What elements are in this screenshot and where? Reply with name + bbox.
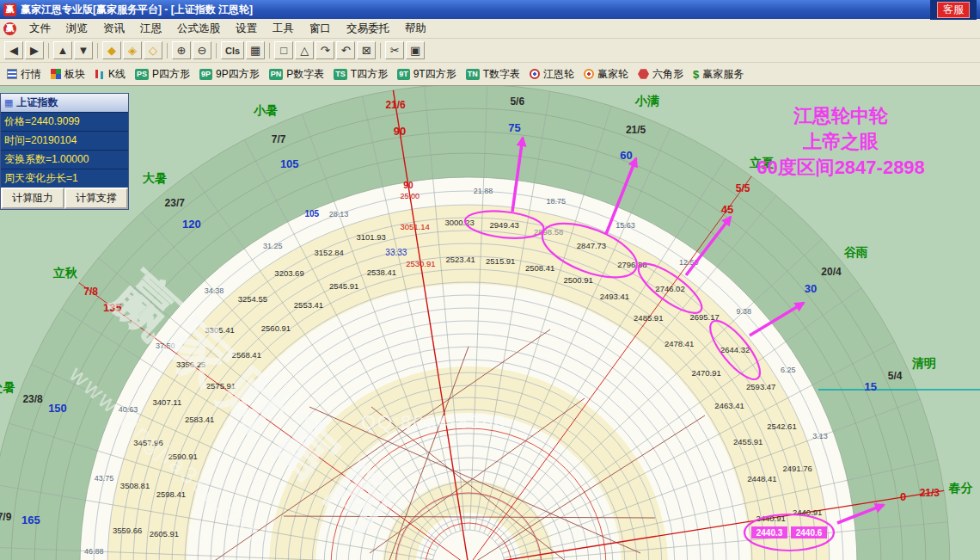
svg-text:小满: 小满: [634, 94, 659, 108]
toolbar-separator: [380, 43, 381, 58]
svg-text:7/9: 7/9: [0, 511, 12, 523]
svg-text:2590.91: 2590.91: [168, 452, 197, 461]
ts-badge-icon: TS: [334, 69, 347, 80]
info-buttons: 计算阻力计算支撑: [1, 188, 128, 209]
svg-text:3407.11: 3407.11: [153, 397, 182, 407]
svg-text:2470.91: 2470.91: [691, 368, 720, 378]
svg-text:6.25: 6.25: [781, 366, 796, 374]
menu-item[interactable]: 江恩: [132, 20, 169, 38]
svg-text:3559.66: 3559.66: [113, 526, 142, 535]
grid-window-button[interactable]: ▦: [246, 41, 265, 59]
svg-text:2448.41: 2448.41: [747, 474, 776, 483]
rect-tool-button[interactable]: □: [274, 41, 293, 59]
menu-item[interactable]: 帮助: [397, 20, 434, 38]
ribbon-item-9t[interactable]: 9T9T四方形: [397, 67, 456, 82]
ribbon-label: 江恩轮: [543, 67, 574, 82]
svg-text:18.75: 18.75: [547, 197, 567, 206]
menu-item[interactable]: 资讯: [95, 20, 132, 38]
chart-area: 015304560759010512013515016521/35/420/45…: [0, 86, 980, 560]
svg-text:3152.84: 3152.84: [315, 248, 344, 257]
diamond-outline-button[interactable]: ◇: [144, 41, 162, 59]
svg-text:处暑: 处暑: [0, 380, 15, 394]
erase-tool-button[interactable]: ⊠: [357, 41, 376, 59]
zoom-out-button[interactable]: ⊖: [193, 41, 211, 59]
gann-wheel-canvas[interactable]: 015304560759010512013515016521/35/420/45…: [0, 86, 980, 560]
menu-item[interactable]: 浏览: [58, 20, 95, 38]
svg-text:0: 0: [900, 490, 906, 503]
menu-item[interactable]: 文件: [21, 20, 58, 38]
ribbon-label: 行情: [21, 67, 41, 82]
svg-text:90: 90: [394, 125, 406, 138]
forward-button[interactable]: ▶: [25, 41, 44, 59]
svg-text:3203.69: 3203.69: [274, 268, 303, 278]
ribbon-item-gann-wheel[interactable]: 江恩轮: [530, 67, 574, 82]
ribbon-label: P数字表: [286, 67, 324, 82]
arc-tool-button[interactable]: ↷: [315, 41, 334, 59]
info-button[interactable]: 计算支撑: [64, 188, 128, 209]
info-button[interactable]: 计算阻力: [1, 188, 64, 209]
triangle-tool-button[interactable]: △: [295, 41, 314, 59]
svg-text:3508.81: 3508.81: [120, 481, 150, 490]
note-tool-button[interactable]: ▣: [406, 41, 425, 59]
svg-text:2898.58: 2898.58: [534, 227, 563, 237]
ribbon-label: 9T四方形: [413, 67, 456, 82]
svg-text:2523.41: 2523.41: [446, 255, 475, 264]
svg-text:21/3: 21/3: [920, 487, 940, 499]
pointer-button[interactable]: ▲: [53, 41, 72, 59]
svg-text:20/4: 20/4: [821, 266, 842, 278]
svg-text:46.88: 46.88: [84, 547, 104, 556]
svg-text:2949.43: 2949.43: [490, 220, 519, 230]
ribbon-item-hexagon[interactable]: 六角形: [638, 67, 683, 82]
diamond-solid-button[interactable]: ◆: [102, 41, 121, 59]
svg-text:2530.91: 2530.91: [406, 259, 435, 268]
menu-item[interactable]: 公式选股: [169, 20, 228, 38]
svg-text:2568.41: 2568.41: [232, 350, 261, 360]
menu-item[interactable]: 窗口: [302, 20, 339, 38]
undo-tool-button[interactable]: ↶: [336, 41, 355, 59]
menu-items: 文件浏览资讯江恩公式选股设置工具窗口交易委托帮助: [21, 20, 434, 38]
winner-wheel-icon: [584, 69, 594, 79]
svg-text:3305.41: 3305.41: [205, 325, 234, 335]
svg-text:立秋: 立秋: [52, 266, 78, 280]
ribbon-item-quotes[interactable]: 行情: [7, 67, 41, 82]
svg-text:37.50: 37.50: [156, 342, 175, 350]
toolbar-separator: [167, 43, 168, 58]
menu-item[interactable]: 设置: [228, 20, 265, 38]
back-button[interactable]: ◀: [4, 41, 23, 59]
svg-text:谷雨: 谷雨: [843, 245, 868, 259]
menu-item[interactable]: 交易委托: [339, 20, 397, 38]
index-name: 上证指数: [16, 95, 58, 110]
ribbon-item-dollar[interactable]: $赢家服务: [693, 67, 744, 82]
customer-service-button[interactable]: 客服: [937, 2, 970, 18]
filter-button[interactable]: ▼: [74, 41, 93, 59]
svg-text:2796.88: 2796.88: [617, 260, 646, 269]
svg-text:3.13: 3.13: [812, 432, 828, 440]
svg-text:2553.41: 2553.41: [294, 300, 323, 310]
svg-text:2598.41: 2598.41: [156, 489, 186, 499]
zoom-in-button[interactable]: ⊕: [172, 41, 191, 59]
ribbon-item-ts[interactable]: TST四方形: [334, 67, 388, 82]
ribbon-item-sectors[interactable]: 板块: [51, 67, 85, 82]
ribbon-item-kline[interactable]: K线: [95, 67, 126, 82]
svg-text:33.33: 33.33: [385, 248, 407, 257]
ribbon-item-tn[interactable]: TNT数字表: [466, 67, 520, 82]
cut-tool-button[interactable]: ✂: [385, 41, 404, 59]
svg-text:2560.91: 2560.91: [261, 323, 291, 333]
svg-text:40.63: 40.63: [119, 405, 138, 414]
menu-item[interactable]: 工具: [265, 20, 302, 38]
svg-text:3051.14: 3051.14: [400, 222, 429, 231]
svg-text:小暑: 小暑: [253, 103, 278, 117]
svg-text:135: 135: [103, 301, 122, 314]
ribbon-item-pn[interactable]: PNP数字表: [269, 67, 325, 82]
ribbon-item-9p[interactable]: 9P9P四方形: [199, 67, 260, 82]
svg-text:2605.91: 2605.91: [150, 529, 179, 538]
svg-text:2593.47: 2593.47: [746, 382, 775, 391]
ribbon-item-winner-wheel[interactable]: 赢家轮: [584, 67, 628, 82]
hexagon-icon: [638, 69, 649, 80]
svg-text:5/6: 5/6: [510, 95, 524, 108]
svg-text:5/5: 5/5: [736, 182, 750, 194]
info-row: 周天变化步长=1: [1, 169, 128, 188]
cls-button[interactable]: Cls: [221, 41, 244, 59]
ribbon-item-ps[interactable]: PSP四方形: [135, 67, 190, 82]
diamond-grid-button[interactable]: ◈: [123, 41, 142, 59]
